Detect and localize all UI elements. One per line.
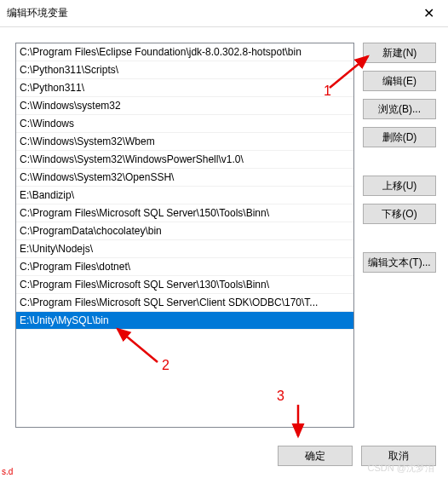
list-item[interactable]: C:\Program Files\Microsoft SQL Server\15…	[16, 204, 353, 222]
list-item[interactable]: C:\Windows\System32\WindowsPowerShell\v1…	[16, 151, 353, 169]
button-column: 新建(N) 编辑(E) 浏览(B)... 删除(D) 上移(U) 下移(O) 编…	[363, 43, 436, 428]
close-icon[interactable]: ✕	[416, 5, 441, 21]
delete-button[interactable]: 删除(D)	[363, 127, 436, 147]
list-item[interactable]: C:\Program Files\Eclipse Foundation\jdk-…	[16, 43, 353, 61]
ok-button[interactable]: 确定	[278, 446, 353, 466]
list-item[interactable]: C:\Program Files\dotnet\	[16, 258, 353, 276]
moveup-button[interactable]: 上移(U)	[363, 176, 436, 196]
list-item[interactable]: C:\Program Files\Microsoft SQL Server\Cl…	[16, 294, 353, 312]
list-item[interactable]: C:\Windows\System32\Wbem	[16, 133, 353, 151]
titlebar: 编辑环境变量 ✕	[0, 0, 448, 27]
window-title: 编辑环境变量	[7, 6, 68, 20]
edittext-button[interactable]: 编辑文本(T)...	[363, 252, 436, 273]
list-item[interactable]: C:\Python311\	[16, 79, 353, 97]
new-button[interactable]: 新建(N)	[363, 43, 436, 63]
list-item[interactable]: E:\Unity\MySQL\bin	[16, 312, 353, 330]
watermark-csdn: CSDN @沈梦泪	[368, 462, 434, 475]
path-listbox[interactable]: C:\Program Files\Eclipse Foundation\jdk-…	[15, 43, 354, 428]
browse-button[interactable]: 浏览(B)...	[363, 99, 436, 119]
movedown-button[interactable]: 下移(O)	[363, 204, 436, 224]
list-item[interactable]: E:\Bandizip\	[16, 187, 353, 204]
list-item[interactable]: C:\ProgramData\chocolatey\bin	[16, 222, 353, 240]
watermark-sd: s.d	[2, 467, 13, 476]
list-item[interactable]: C:\Program Files\Microsoft SQL Server\13…	[16, 276, 353, 294]
list-item[interactable]: C:\Windows	[16, 115, 353, 133]
list-item[interactable]: E:\Unity\Nodejs\	[16, 240, 353, 258]
list-item[interactable]: C:\Python311\Scripts\	[16, 61, 353, 79]
edit-button[interactable]: 编辑(E)	[363, 71, 436, 91]
list-item[interactable]: C:\Windows\system32	[16, 97, 353, 115]
content-area: C:\Program Files\Eclipse Foundation\jdk-…	[0, 27, 448, 428]
list-item[interactable]: C:\Windows\System32\OpenSSH\	[16, 169, 353, 187]
